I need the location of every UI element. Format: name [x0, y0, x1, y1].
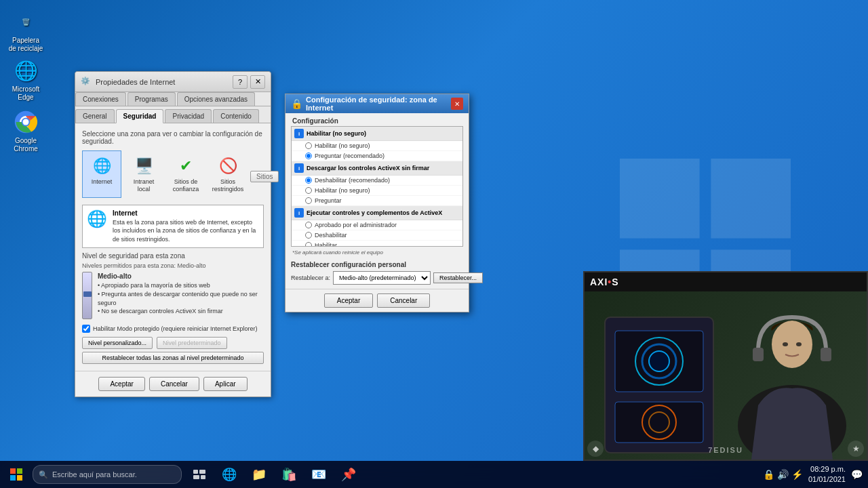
setting-opt-1a[interactable]: Habilitar (no seguro) [292, 141, 462, 151]
security-desc: Medio-alto • Apropiado para la mayoría d… [98, 272, 264, 315]
dialog-bottom-buttons: Aceptar Cancelar [285, 289, 469, 312]
zone-trusted-label: Sitios de confianza [170, 178, 202, 193]
radio-2b[interactable] [305, 187, 312, 194]
taskbar-app-store[interactable]: 🛍️ [274, 461, 304, 488]
label-2a: Deshabilitar (recomendado) [315, 177, 390, 184]
label-2b: Habilitar (no seguro) [315, 187, 370, 194]
setting-opt-3b[interactable]: Deshabilitar [292, 230, 462, 241]
security-slider-area: Medio-alto • Apropiado para la mayoría d… [82, 272, 264, 319]
taskbar-app-misc[interactable]: 📌 [334, 461, 363, 488]
nivel-personalizado-btn[interactable]: Nivel personalizado... [82, 337, 153, 349]
edge-label: Microsoft Edge [8, 85, 43, 102]
dialog-aceptar-btn[interactable]: Aceptar [324, 293, 373, 308]
svg-rect-27 [199, 470, 205, 474]
zone-intranet-label: Intranet local [127, 178, 160, 193]
zone-trusted[interactable]: ✔ Sitios de confianza [166, 150, 205, 198]
group2-label: Descargar los controles ActiveX sin firm… [307, 165, 429, 171]
search-placeholder: Escribe aquí para buscar. [52, 470, 137, 479]
radio-1b[interactable] [305, 152, 312, 159]
ie-tab-programas[interactable]: Programas [127, 92, 176, 106]
radio-3c[interactable] [305, 242, 312, 247]
ie-tab-opciones[interactable]: Opciones avanzadas [177, 92, 255, 106]
zone-info-box: 🌐 Internet Esta es la zona para sitios w… [82, 205, 264, 249]
taskbar-tray: 🔒 🔊 ⚡ 08:29 p.m. 01/01/2021 💬 [763, 464, 868, 485]
radio-1a[interactable] [305, 142, 312, 149]
desktop-icon-recycle[interactable]: 🗑️ Papelera de reciclaje [5, 5, 46, 56]
webcam-right-icon[interactable]: ★ [848, 441, 864, 457]
start-button[interactable] [0, 461, 33, 488]
zone-restricted[interactable]: 🚫 Sitios restringidos [208, 150, 248, 198]
svg-point-19 [772, 321, 812, 368]
reset-row: Restablecer a: Medio-alto (predeterminad… [291, 271, 463, 285]
group3-icon: i [294, 208, 304, 218]
ie-tabs-row2: General Seguridad Privacidad Contenido [75, 106, 271, 123]
taskbar-search[interactable]: 🔍 Escribe aquí para buscar. [33, 465, 182, 484]
tray-notification-icon[interactable]: 💬 [851, 469, 863, 480]
label-3c: Habilitar [315, 242, 337, 247]
webcam-left-icon[interactable]: ◆ [587, 441, 604, 457]
ie-tab-conexiones[interactable]: Conexiones [75, 92, 126, 106]
svg-rect-18 [821, 348, 831, 361]
ie-tab-seguridad[interactable]: Seguridad [116, 109, 164, 123]
setting-opt-3c[interactable]: Habilitar [292, 241, 462, 247]
webcam-header: AXI•S [585, 272, 867, 291]
webcam-overlay: AXI•S [583, 271, 868, 461]
zone-internet-icon: 🌐 [91, 155, 113, 177]
reset-dropdown[interactable]: Medio-alto (predeterminado) [333, 271, 431, 285]
setting-opt-2c[interactable]: Preguntar [292, 196, 462, 206]
zone-intranet[interactable]: 🖥️ Intranet local [124, 150, 163, 198]
svg-rect-29 [201, 475, 205, 479]
reset-label: Restablecer a: [291, 274, 330, 281]
dialog-titlebar[interactable]: 🔒 Configuración de seguridad: zona de In… [285, 94, 469, 113]
desktop-icon-edge[interactable]: 🌐 Microsoft Edge [5, 54, 46, 104]
radio-2c[interactable] [305, 197, 312, 204]
svg-rect-13 [615, 402, 703, 443]
ie-aplicar-btn[interactable]: Aplicar [203, 377, 248, 391]
zone-info-desc: Esta es la zona para sitios web de Inter… [113, 218, 259, 244]
taskbar-clock[interactable]: 08:29 p.m. 01/01/2021 [808, 464, 846, 485]
ie-tab-contenido[interactable]: Contenido [213, 109, 259, 123]
taskbar-app-explorer[interactable]: 📁 [244, 461, 274, 488]
ie-tab-privacidad[interactable]: Privacidad [165, 109, 212, 123]
desktop: 🗑️ Papelera de reciclaje 🌐 Microsoft Edg… [0, 0, 868, 488]
security-slider[interactable] [82, 272, 92, 319]
setting-opt-3a[interactable]: Aprobado por el administrador [292, 220, 462, 230]
taskbar-app-taskview[interactable] [184, 461, 214, 488]
setting-opt-2b[interactable]: Habilitar (no seguro) [292, 186, 462, 196]
ie-title-text: Propiedades de Internet [96, 78, 233, 86]
dialog-close-btn[interactable]: ✕ [451, 98, 463, 110]
radio-3b[interactable] [305, 232, 312, 239]
ie-cancelar-btn[interactable]: Cancelar [149, 377, 199, 391]
ie-titlebar[interactable]: ⚙️ Propiedades de Internet ? ✕ [75, 72, 271, 92]
label-1b: Preguntar (recomendado) [315, 152, 384, 159]
ie-help-btn[interactable]: ? [233, 75, 248, 89]
zone-internet[interactable]: 🌐 Internet [82, 150, 121, 198]
ie-close-btn[interactable]: ✕ [250, 75, 265, 89]
ie-aceptar-btn[interactable]: Aceptar [98, 377, 144, 391]
settings-list[interactable]: i Habilitar (no seguro) Habilitar (no se… [291, 126, 463, 247]
zone-trusted-icon: ✔ [175, 155, 197, 177]
radio-2a[interactable] [305, 177, 312, 184]
zone-restricted-icon: 🚫 [217, 155, 239, 177]
slider-handle [83, 291, 92, 297]
restore-all-btn[interactable]: Restablecer todas las zonas al nivel pre… [82, 352, 264, 364]
desktop-icon-chrome[interactable]: Google Chrome [5, 106, 46, 156]
setting-opt-1b[interactable]: Preguntar (recomendado) [292, 151, 462, 161]
tray-volume-icon[interactable]: 🔊 [777, 469, 789, 480]
taskbar-app-edge[interactable]: 🌐 [214, 461, 244, 488]
tray-network-icon[interactable]: 🔒 [763, 469, 774, 480]
group1-icon: i [294, 129, 304, 138]
taskbar-app-mail[interactable]: 📧 [304, 461, 334, 488]
svg-rect-28 [193, 475, 199, 479]
ie-tab-general[interactable]: General [75, 109, 115, 123]
recycle-icon: 🗑️ [12, 8, 39, 35]
protected-mode-checkbox[interactable] [82, 325, 90, 333]
setting-opt-2a[interactable]: Deshabilitar (recomendado) [292, 176, 462, 186]
dialog-cancelar-btn[interactable]: Cancelar [377, 293, 430, 308]
reset-btn[interactable]: Restablecer... [433, 272, 483, 283]
tray-battery-icon[interactable]: ⚡ [791, 469, 803, 480]
nivel-predeterminado-btn[interactable]: Nivel predeterminado [157, 337, 227, 349]
edge-icon: 🌐 [12, 57, 39, 84]
sites-button[interactable]: Sitios [250, 171, 279, 182]
radio-3a[interactable] [305, 222, 312, 228]
